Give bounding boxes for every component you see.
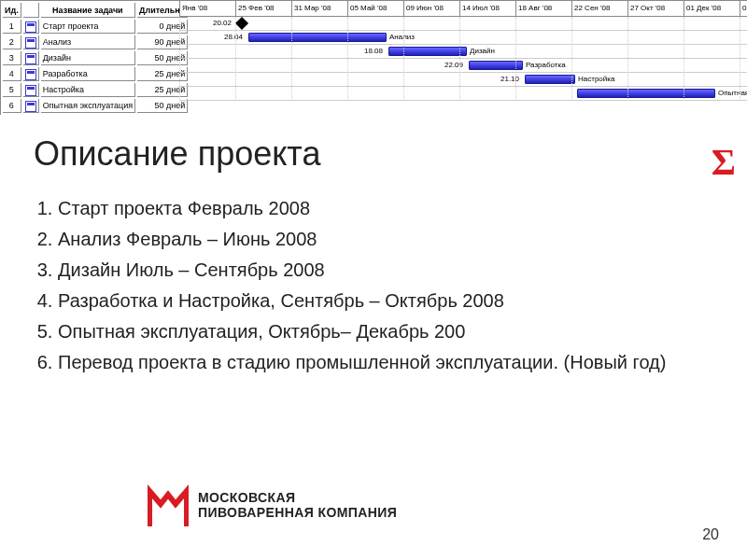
bar-date-label: 22.09 (444, 59, 463, 72)
page-title: Описание проекта (34, 134, 713, 174)
bar-name-label: Дизайн (470, 45, 495, 58)
table-row: 4 Разработка 25 дней (3, 67, 188, 81)
table-row: 3 Дизайн 50 дней (3, 51, 188, 65)
logo-text: МОСКОВСКАЯ ПИВОВАРЕННАЯ КОМПАНИЯ (198, 490, 397, 520)
timeline-tick: 01 Дек '08 (684, 1, 721, 16)
timeline-tick: 05 Май '08 (347, 1, 387, 16)
gantt-row: Опытная эксплуатация (179, 87, 747, 101)
gantt-timeline: Янв '0825 Фев '0831 Мар '0805 Май '0809 … (179, 0, 747, 118)
timeline-tick: 05 Янв (740, 1, 747, 16)
gantt-bar (525, 75, 575, 84)
bar-date-label: 28.04 (224, 31, 243, 44)
gantt-row: 20.02 (179, 17, 747, 31)
list-item: Опытная эксплуатация, Октябрь– Декабрь 2… (58, 317, 713, 346)
gantt-bar (388, 47, 467, 56)
calendar-icon (25, 101, 36, 112)
timeline-tick: 25 Фев '08 (235, 1, 275, 16)
calendar-icon (25, 85, 36, 96)
bar-name-label: Опытная эксплуатация (718, 87, 747, 100)
gantt-row: 21.10Настройка (179, 73, 747, 87)
bar-name-label: Анализ (389, 31, 415, 44)
list-item: Разработка и Настройка, Сентябрь – Октяб… (58, 287, 713, 315)
timeline-tick: 31 Мар '08 (291, 1, 331, 16)
bar-name-label: Настройка (578, 73, 614, 86)
bar-date-label: 20.02 (213, 17, 232, 30)
calendar-icon (25, 21, 36, 33)
gantt-row: 22.09Разработка (179, 59, 747, 73)
calendar-icon (25, 69, 36, 80)
list-item: Перевод проекта в стадию промышленной эк… (58, 348, 713, 377)
list-item: Анализ Февраль – Июнь 2008 (58, 225, 713, 254)
gantt-milestone (235, 17, 248, 30)
gantt-col-name: Название задачи (41, 3, 135, 18)
timeline-tick: 14 Июл '08 (459, 1, 500, 16)
company-logo: МОСКОВСКАЯ ПИВОВАРЕННАЯ КОМПАНИЯ (148, 482, 397, 528)
bar-date-label: 21.10 (500, 73, 519, 86)
calendar-icon (25, 53, 36, 64)
table-row: 5 Настройка 25 дней (3, 83, 188, 97)
gantt-col-info (23, 3, 39, 18)
timeline-tick: 22 Сен '08 (571, 1, 610, 16)
gantt-row: 28.04Анализ (179, 31, 747, 45)
gantt-left-grid: Ид. Название задачи Длительно 1 Старт пр… (0, 0, 190, 115)
timeline-header: Янв '0825 Фев '0831 Мар '0805 Май '0809 … (179, 0, 747, 17)
slide-body: Описание проекта Σ Старт проекта Февраль… (0, 118, 747, 377)
gantt-chart: Ид. Название задачи Длительно 1 Старт пр… (0, 0, 747, 118)
gantt-col-id: Ид. (3, 3, 21, 18)
timeline-tick: 18 Авг '08 (515, 1, 552, 16)
gantt-row: 18.08Дизайн (179, 45, 747, 59)
gantt-bar (248, 33, 387, 42)
page-number: 20 (702, 526, 719, 543)
bar-name-label: Разработка (526, 59, 566, 72)
list-item: Дизайн Июль – Сентябрь 2008 (58, 256, 713, 285)
timeline-tick: 09 Июн '08 (403, 1, 444, 16)
timeline-tick: Янв '08 (179, 1, 207, 16)
table-row: 1 Старт проекта 0 дней (3, 20, 188, 34)
timeline-tick: 27 Окт '08 (627, 1, 665, 16)
calendar-icon (25, 37, 36, 49)
table-row: 6 Опытная эксплуатация 50 дней (3, 99, 188, 113)
logo-m-icon (148, 482, 189, 528)
gantt-bar (577, 89, 715, 98)
list-item: Старт проекта Февраль 2008 (58, 194, 713, 223)
sigma-icon: Σ (712, 140, 736, 184)
table-row: 2 Анализ 90 дней (3, 35, 188, 49)
timeline-rows: 20.02 28.04Анализ 18.08Дизайн 22.09Разра… (179, 17, 747, 101)
points-list: Старт проекта Февраль 2008 Анализ Феврал… (41, 194, 713, 377)
bar-date-label: 18.08 (364, 45, 383, 58)
